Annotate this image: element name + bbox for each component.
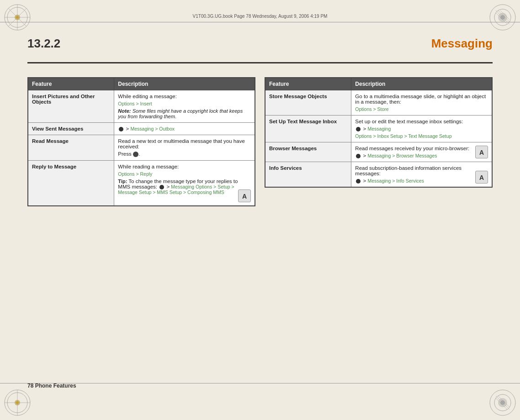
svg-line-26 — [496, 396, 509, 410]
feature-cell: Insert Pictures and Other Objects — [28, 90, 114, 123]
right-table: Feature Description Store Message Object… — [265, 77, 493, 188]
left-col1-header: Feature — [28, 78, 114, 90]
svg-point-7 — [16, 16, 19, 19]
icon-a-reply: A — [238, 189, 251, 202]
table-row: Store Message Objects Go to a multimedia… — [265, 90, 492, 116]
corner-decoration-tl — [4, 4, 31, 31]
left-table-container: Feature Description Insert Pictures and … — [27, 77, 255, 206]
description-cell: > Messaging > Outbox — [114, 123, 255, 135]
description-cell: While editing a message: Options > Inser… — [114, 90, 255, 123]
left-table: Feature Description Insert Pictures and … — [27, 77, 255, 206]
description-cell: While reading a message: Options > Reply… — [114, 160, 255, 206]
feature-cell: View Sent Messages — [28, 123, 114, 135]
icon-a-info: A — [475, 171, 488, 184]
table-row: Read Message Read a new text or multimed… — [28, 135, 255, 161]
chapter-title: Messaging — [431, 37, 493, 51]
table-row: Reply to Message While reading a message… — [28, 160, 255, 206]
feature-cell: Browser Messages — [265, 142, 351, 162]
table-row: Insert Pictures and Other Objects While … — [28, 90, 255, 123]
feature-cell: Info Services — [265, 162, 351, 188]
footer-text: 78 Phone Features — [27, 383, 76, 389]
main-content: 13.2.2 Messaging Feature Description Ins… — [27, 27, 493, 393]
feature-cell: Reply to Message — [28, 160, 114, 206]
icon-a-browser: A — [475, 146, 488, 158]
corner-decoration-tr — [489, 4, 516, 31]
corner-decoration-br — [489, 389, 516, 416]
feature-cell: Read Message — [28, 135, 114, 161]
title-row: 13.2.2 Messaging — [27, 27, 493, 63]
right-col2-header: Description — [351, 78, 492, 90]
description-cell: Read subscription-based information serv… — [351, 162, 492, 188]
feature-cell: Set Up Text Message Inbox — [265, 116, 351, 142]
header-line — [0, 22, 520, 22]
right-table-container: Feature Description Store Message Object… — [265, 77, 493, 206]
footer-line — [0, 383, 520, 383]
svg-point-21 — [16, 401, 19, 404]
table-row: View Sent Messages > Messaging > Outbox — [28, 123, 255, 135]
table-row: Set Up Text Message Inbox Set up or edit… — [265, 116, 492, 142]
chapter-number: 13.2.2 — [27, 37, 60, 51]
corner-decoration-bl — [4, 389, 31, 416]
description-cell: Set up or edit the text message inbox se… — [351, 116, 492, 142]
description-cell: Read messages received by your micro-bro… — [351, 142, 492, 162]
table-row: Info Services Read subscription-based in… — [265, 162, 492, 188]
description-cell: Read a new text or multimedia message th… — [114, 135, 255, 161]
feature-cell: Store Message Objects — [265, 90, 351, 116]
tables-container: Feature Description Insert Pictures and … — [27, 77, 493, 206]
header-text: V1T00.3G.UG.book Page 78 Wednesday, Augu… — [193, 14, 328, 19]
left-col2-header: Description — [114, 78, 255, 90]
description-cell: Go to a multimedia message slide, or hig… — [351, 90, 492, 116]
table-row: Browser Messages Read messages received … — [265, 142, 492, 162]
right-col1-header: Feature — [265, 78, 351, 90]
